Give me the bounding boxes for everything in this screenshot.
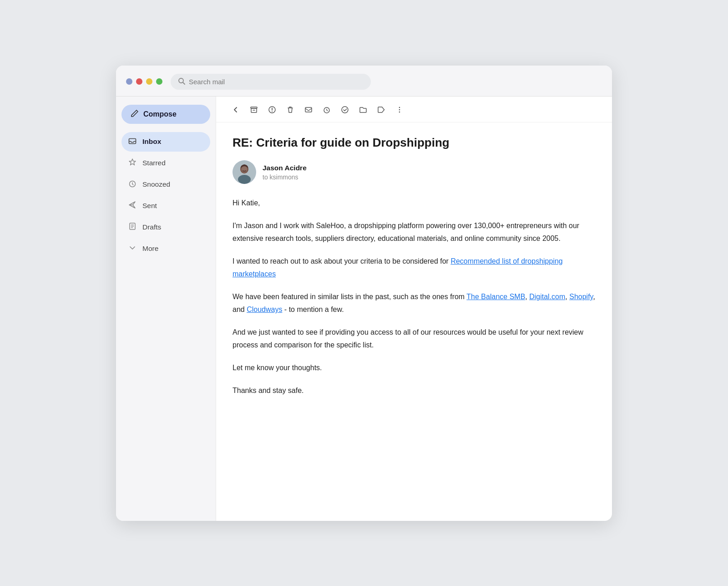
email-paragraph-6: Thanks and stay safe.: [233, 384, 596, 397]
link-digital-com[interactable]: Digital.com: [529, 293, 565, 301]
drafts-icon: [128, 222, 137, 233]
svg-point-16: [399, 107, 400, 108]
traffic-light-2[interactable]: [136, 78, 142, 85]
svg-point-12: [272, 111, 273, 112]
inbox-icon: [128, 137, 137, 147]
sidebar-item-label-drafts: Drafts: [142, 223, 161, 231]
chevron-down-icon: [128, 244, 137, 254]
email-paragraph-3: We have been featured in similar lists i…: [233, 290, 596, 316]
delete-button[interactable]: [284, 104, 296, 116]
sidebar-item-label-starred: Starred: [142, 159, 166, 167]
search-input[interactable]: [189, 78, 364, 86]
svg-line-1: [183, 82, 185, 84]
email-area: RE: Criteria for guide on Dropshipping: [216, 97, 612, 521]
titlebar: [116, 66, 612, 97]
add-task-button[interactable]: [339, 104, 351, 116]
mark-unread-button[interactable]: [303, 104, 314, 116]
email-sender: Jason Acidre to ksimmons: [233, 160, 596, 184]
report-spam-button[interactable]: [266, 104, 278, 116]
snooze-button[interactable]: [321, 104, 333, 116]
sidebar-item-inbox[interactable]: Inbox: [121, 132, 210, 152]
svg-rect-13: [305, 107, 312, 112]
sidebar-item-label-snoozed: Snoozed: [142, 180, 170, 189]
avatar: [233, 160, 256, 184]
email-paragraph-1: I'm Jason and I work with SaleHoo, a dro…: [233, 219, 596, 245]
email-paragraph-2: I wanted to reach out to ask about your …: [233, 255, 596, 280]
svg-point-23: [241, 166, 248, 173]
clock-icon: [128, 179, 137, 190]
archive-button[interactable]: [248, 104, 260, 116]
send-icon: [128, 201, 137, 211]
traffic-light-1[interactable]: [126, 78, 132, 85]
more-options-button[interactable]: [394, 104, 405, 116]
email-paragraph-4: And we just wanted to see if providing y…: [233, 326, 596, 352]
email-body: RE: Criteria for guide on Dropshipping: [216, 122, 612, 426]
svg-point-18: [399, 111, 400, 112]
label-button[interactable]: [375, 104, 387, 116]
email-toolbar: [216, 97, 612, 122]
link-cloudways[interactable]: Cloudways: [247, 306, 282, 313]
sidebar: Compose Inbox Starred: [116, 97, 216, 521]
sidebar-item-label-inbox: Inbox: [142, 138, 161, 146]
traffic-lights: [126, 78, 162, 85]
link-balance-smb[interactable]: The Balance SMB: [466, 293, 525, 301]
link-recommended-list[interactable]: Recommended list of dropshipping marketp…: [233, 257, 563, 278]
sidebar-item-label-sent: Sent: [142, 202, 157, 210]
svg-point-22: [238, 175, 251, 184]
move-to-button[interactable]: [357, 104, 369, 116]
sidebar-item-starred[interactable]: Starred: [121, 153, 210, 173]
link-shopify[interactable]: Shopify: [569, 293, 593, 301]
compose-button[interactable]: Compose: [121, 105, 210, 124]
main-layout: Compose Inbox Starred: [116, 97, 612, 521]
svg-marker-3: [129, 159, 136, 165]
sender-to: to ksimmons: [263, 173, 307, 181]
search-icon: [178, 77, 185, 86]
star-icon: [128, 158, 137, 168]
sidebar-item-label-more: More: [142, 245, 158, 253]
search-bar[interactable]: [171, 74, 371, 90]
email-subject: RE: Criteria for guide on Dropshipping: [233, 135, 596, 151]
sidebar-item-sent[interactable]: Sent: [121, 196, 210, 216]
sender-name: Jason Acidre: [263, 164, 307, 172]
traffic-light-4[interactable]: [156, 78, 162, 85]
sidebar-item-more[interactable]: More: [121, 239, 210, 259]
compose-label: Compose: [143, 110, 177, 118]
svg-point-15: [342, 107, 348, 113]
email-paragraph-5: Let me know your thoughts.: [233, 362, 596, 374]
traffic-light-3[interactable]: [146, 78, 152, 85]
email-content: Hi Katie, I'm Jason and I work with Sale…: [233, 197, 596, 397]
sidebar-item-snoozed[interactable]: Snoozed: [121, 175, 210, 194]
mail-app-window: Compose Inbox Starred: [116, 66, 612, 521]
compose-icon: [131, 109, 139, 119]
back-button[interactable]: [230, 104, 242, 116]
sender-info: Jason Acidre to ksimmons: [263, 164, 307, 181]
svg-point-17: [399, 109, 400, 110]
email-greeting: Hi Katie,: [233, 197, 596, 209]
sidebar-item-drafts[interactable]: Drafts: [121, 218, 210, 237]
